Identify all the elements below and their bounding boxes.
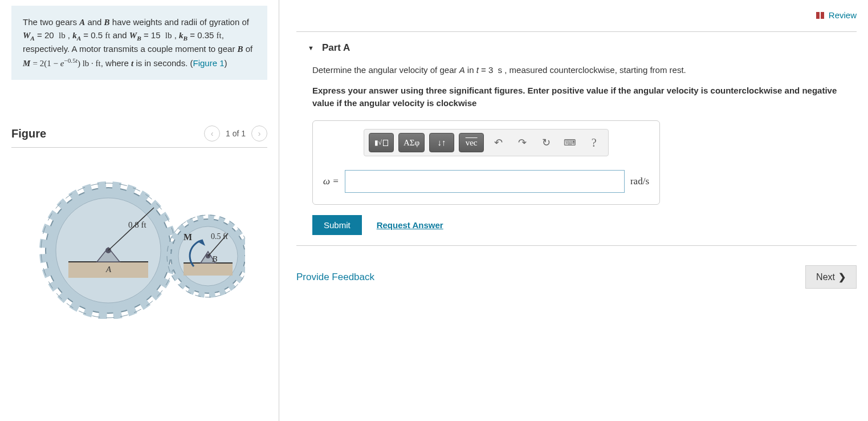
label-A: A	[105, 265, 112, 274]
left-panel: The two gears A and B have weights and r…	[0, 0, 279, 421]
svg-rect-18	[821, 12, 824, 19]
instruction-text: Express your answer using three signific…	[312, 84, 845, 110]
submit-button[interactable]: Submit	[312, 215, 362, 235]
figure-prev-button[interactable]: ‹	[204, 126, 220, 141]
equation-toolbar: ▮√ ΑΣφ ↓↑ vec ↶ ↷ ↻ ⌨ ?	[364, 129, 609, 156]
question-text: Determine the angular velocity of gear A…	[312, 64, 845, 76]
answer-widget: ▮√ ΑΣφ ↓↑ vec ↶ ↷ ↻ ⌨ ? ω = rad/s	[312, 120, 660, 205]
figure-image: 0.8 ft A 0.5 ft B	[6, 148, 273, 342]
label-B: B	[212, 254, 217, 264]
help-button[interactable]: ?	[584, 133, 604, 152]
review-link[interactable]: Review	[816, 10, 857, 20]
reset-button[interactable]: ↻	[536, 133, 556, 152]
chevron-right-icon: ❯	[838, 272, 846, 282]
request-answer-link[interactable]: Request Answer	[377, 220, 443, 230]
book-icon	[816, 11, 825, 19]
label-rB: 0.5 ft	[211, 232, 228, 241]
problem-statement: The two gears A and B have weights and r…	[11, 6, 267, 80]
subsup-button[interactable]: ↓↑	[429, 133, 454, 152]
answer-label: ω =	[323, 176, 339, 187]
vec-button[interactable]: vec	[459, 133, 484, 152]
next-button[interactable]: Next ❯	[805, 265, 857, 289]
answer-units: rad/s	[630, 176, 649, 187]
collapse-caret-icon[interactable]: ▼	[308, 44, 314, 51]
part-title: Part A	[322, 42, 350, 54]
redo-button[interactable]: ↷	[512, 133, 532, 152]
label-rA: 0.8 ft	[128, 220, 146, 229]
keyboard-button[interactable]: ⌨	[560, 133, 580, 152]
part-box: ▼ Part A Determine the angular velocity …	[296, 31, 857, 246]
greek-button[interactable]: ΑΣφ	[398, 133, 425, 152]
undo-button[interactable]: ↶	[488, 133, 508, 152]
label-M: M	[184, 232, 192, 242]
answer-input[interactable]	[345, 170, 625, 193]
figure-counter: 1 of 1	[226, 129, 246, 138]
svg-rect-17	[816, 12, 820, 19]
svg-rect-12	[184, 263, 233, 276]
right-panel: Review ▼ Part A Determine the angular ve…	[279, 0, 868, 421]
templates-button[interactable]: ▮√	[369, 133, 394, 152]
figure-link[interactable]: Figure 1	[193, 58, 225, 68]
figure-title: Figure	[11, 127, 46, 140]
figure-header: Figure ‹ 1 of 1 ›	[11, 126, 267, 148]
provide-feedback-link[interactable]: Provide Feedback	[296, 272, 374, 283]
figure-next-button[interactable]: ›	[251, 126, 267, 141]
